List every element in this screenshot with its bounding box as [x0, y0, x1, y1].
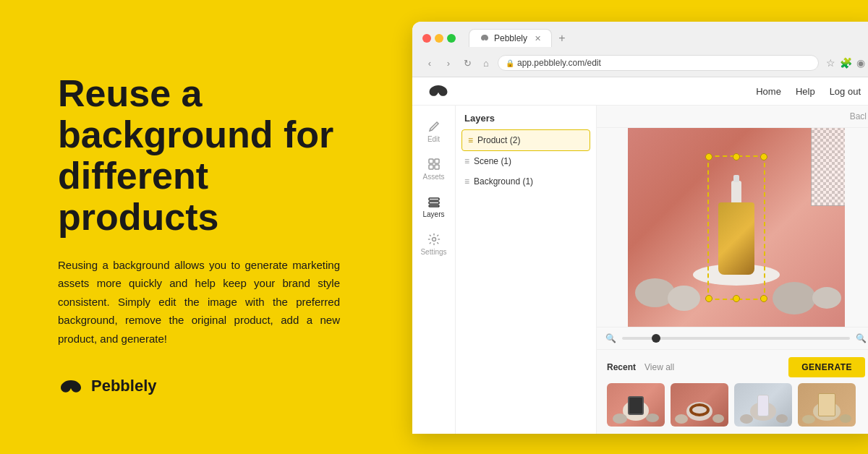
tab-title: Pebblely — [494, 33, 527, 43]
handle-bottom-right[interactable] — [760, 295, 767, 302]
canvas-viewport[interactable] — [597, 128, 868, 327]
pebblely-logo-icon — [58, 377, 84, 395]
headline: Reuse a background for different product… — [58, 73, 376, 239]
canvas-area: Bacl — [597, 106, 868, 434]
assets-icon — [427, 158, 441, 171]
thumbnail-watch[interactable] — [607, 383, 665, 427]
bookmark-icon[interactable]: ☆ — [826, 57, 835, 69]
help-nav-link[interactable]: Help — [796, 86, 815, 97]
zoom-thumb[interactable] — [652, 334, 660, 343]
thumb-scene-3 — [734, 383, 792, 427]
handle-top-left[interactable] — [705, 153, 712, 160]
forward-button[interactable]: › — [441, 56, 456, 70]
reload-button[interactable]: ↻ — [460, 56, 475, 70]
back-button[interactable]: ‹ — [422, 56, 437, 70]
sidebar-item-settings[interactable]: Settings — [412, 226, 456, 263]
product-bottle — [715, 181, 758, 275]
bottle-body — [718, 202, 754, 275]
layers-panel: Layers ≡ Product (2) ≡ Scene (1) ≡ Backg… — [456, 106, 597, 434]
svg-rect-3 — [435, 165, 439, 169]
account-icon[interactable]: ◉ — [856, 57, 865, 69]
svg-rect-0 — [429, 159, 433, 163]
browser-titlebar: Pebblely ✕ + — [412, 22, 868, 51]
lock-icon: 🔒 — [506, 59, 514, 67]
url-text: app.pebblely.com/edit — [517, 58, 601, 68]
transparent-overlay — [811, 128, 845, 206]
right-panel: Pebblely ✕ + ‹ › ↻ ⌂ 🔒 app.pebblely.com/… — [412, 0, 868, 454]
address-box[interactable]: 🔒 app.pebblely.com/edit — [498, 55, 819, 71]
sidebar-item-layers[interactable]: Layers — [412, 188, 456, 226]
layers-icon — [427, 195, 441, 208]
minimize-button[interactable] — [435, 34, 443, 43]
app-nav-links: Home Help Log out — [756, 86, 861, 97]
brand-logo: Pebblely — [58, 377, 376, 395]
sidebar-item-edit[interactable]: Edit — [412, 113, 456, 150]
handle-top-middle[interactable] — [733, 153, 740, 160]
recent-links: Recent View all — [607, 362, 674, 372]
tab-favicon-icon — [480, 33, 490, 43]
layer-item-scene[interactable]: ≡ Scene (1) — [456, 151, 596, 171]
bottom-panel: Recent View all GENERATE — [597, 349, 868, 434]
browser-tab[interactable]: Pebblely ✕ — [469, 29, 552, 47]
product-image-container — [628, 128, 845, 327]
svg-rect-1 — [435, 159, 439, 163]
layer-background-label: Background (1) — [474, 176, 533, 187]
edit-icon — [427, 120, 441, 133]
app-navbar: Home Help Log out — [412, 77, 868, 106]
thumb-scene-1 — [607, 383, 665, 427]
app-body: Edit Assets — [412, 106, 868, 434]
layer-scene-icon: ≡ — [464, 156, 469, 166]
home-button[interactable]: ⌂ — [479, 56, 493, 70]
product-background — [628, 128, 845, 327]
thumbnail-bracelet[interactable] — [671, 383, 728, 427]
handle-bottom-left[interactable] — [705, 295, 712, 302]
svg-rect-4 — [429, 198, 439, 200]
layer-item-background[interactable]: ≡ Background (1) — [456, 171, 596, 192]
thumbnail-row — [607, 383, 865, 427]
canvas-header: Bacl — [597, 106, 868, 128]
thumbnail-cream[interactable] — [734, 383, 792, 427]
sidebar-layers-label: Layers — [422, 210, 444, 218]
canvas-header-text: Bacl — [850, 111, 867, 121]
layers-title: Layers — [456, 113, 596, 129]
thumbnail-box[interactable] — [798, 383, 856, 427]
tab-close-icon[interactable]: ✕ — [535, 34, 541, 43]
viewall-link[interactable]: View all — [644, 362, 674, 372]
svg-rect-5 — [429, 202, 439, 204]
sidebar-settings-label: Settings — [420, 248, 446, 256]
pebble-2 — [668, 286, 700, 311]
left-panel: Reuse a background for different product… — [0, 0, 412, 454]
sidebar-item-assets[interactable]: Assets — [412, 150, 456, 188]
recent-label: Recent — [607, 362, 636, 372]
browser-window: Pebblely ✕ + ‹ › ↻ ⌂ 🔒 app.pebblely.com/… — [412, 22, 868, 434]
maximize-button[interactable] — [447, 34, 456, 43]
settings-icon — [427, 233, 441, 246]
zoom-out-icon[interactable]: 🔍 — [605, 333, 616, 343]
pebble-3 — [773, 282, 816, 314]
zoom-slider[interactable] — [622, 337, 850, 340]
handle-bottom-middle[interactable] — [733, 295, 740, 302]
layer-product-icon: ≡ — [468, 135, 473, 145]
zoom-in-icon[interactable]: 🔍 — [856, 333, 867, 343]
recent-bar: Recent View all GENERATE — [607, 357, 865, 377]
layer-item-product[interactable]: ≡ Product (2) — [461, 129, 590, 151]
sidebar: Edit Assets — [412, 106, 456, 434]
extensions-icon[interactable]: 🧩 — [840, 57, 852, 69]
thumb-scene-4 — [798, 383, 856, 427]
home-nav-link[interactable]: Home — [756, 86, 781, 97]
zoom-bar: 🔍 🔍 — [597, 327, 868, 349]
sidebar-edit-label: Edit — [427, 135, 440, 143]
handle-top-right[interactable] — [760, 153, 767, 160]
close-button[interactable] — [422, 34, 431, 43]
logout-nav-link[interactable]: Log out — [830, 86, 861, 97]
new-tab-button[interactable]: + — [555, 31, 569, 46]
generate-button[interactable]: GENERATE — [788, 357, 865, 377]
layer-scene-label: Scene (1) — [474, 156, 511, 166]
address-actions: ☆ 🧩 ◉ — [826, 57, 865, 69]
svg-point-7 — [432, 238, 435, 241]
sidebar-assets-label: Assets — [422, 173, 444, 181]
layer-product-label: Product (2) — [477, 135, 520, 145]
brand-name: Pebblely — [91, 377, 156, 395]
pebble-4 — [812, 287, 841, 309]
browser-dots — [422, 34, 456, 43]
